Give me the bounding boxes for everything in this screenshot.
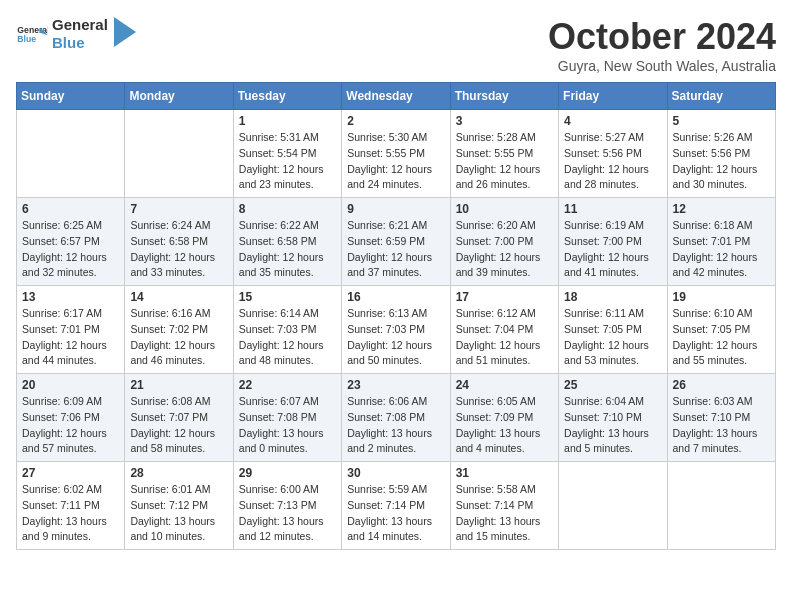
calendar-cell — [559, 462, 667, 550]
day-number: 4 — [564, 114, 661, 128]
cell-info: Sunrise: 6:09 AMSunset: 7:06 PMDaylight:… — [22, 394, 119, 457]
weekday-header-wednesday: Wednesday — [342, 83, 450, 110]
month-title: October 2024 — [548, 16, 776, 58]
day-number: 3 — [456, 114, 553, 128]
calendar-cell — [667, 462, 775, 550]
day-number: 24 — [456, 378, 553, 392]
calendar-cell — [125, 110, 233, 198]
cell-info: Sunrise: 6:16 AMSunset: 7:02 PMDaylight:… — [130, 306, 227, 369]
day-number: 16 — [347, 290, 444, 304]
cell-info: Sunrise: 6:01 AMSunset: 7:12 PMDaylight:… — [130, 482, 227, 545]
calendar-cell: 3Sunrise: 5:28 AMSunset: 5:55 PMDaylight… — [450, 110, 558, 198]
cell-info: Sunrise: 6:00 AMSunset: 7:13 PMDaylight:… — [239, 482, 336, 545]
logo-arrow-icon — [114, 17, 136, 47]
calendar-cell: 14Sunrise: 6:16 AMSunset: 7:02 PMDayligh… — [125, 286, 233, 374]
calendar-cell: 29Sunrise: 6:00 AMSunset: 7:13 PMDayligh… — [233, 462, 341, 550]
calendar-week-row: 20Sunrise: 6:09 AMSunset: 7:06 PMDayligh… — [17, 374, 776, 462]
weekday-header-saturday: Saturday — [667, 83, 775, 110]
calendar-cell: 12Sunrise: 6:18 AMSunset: 7:01 PMDayligh… — [667, 198, 775, 286]
cell-info: Sunrise: 6:21 AMSunset: 6:59 PMDaylight:… — [347, 218, 444, 281]
day-number: 12 — [673, 202, 770, 216]
weekday-header-friday: Friday — [559, 83, 667, 110]
calendar-week-row: 13Sunrise: 6:17 AMSunset: 7:01 PMDayligh… — [17, 286, 776, 374]
svg-marker-3 — [114, 17, 136, 47]
calendar-cell: 7Sunrise: 6:24 AMSunset: 6:58 PMDaylight… — [125, 198, 233, 286]
day-number: 18 — [564, 290, 661, 304]
calendar-cell: 27Sunrise: 6:02 AMSunset: 7:11 PMDayligh… — [17, 462, 125, 550]
logo-blue: Blue — [52, 34, 108, 52]
cell-info: Sunrise: 5:26 AMSunset: 5:56 PMDaylight:… — [673, 130, 770, 193]
cell-info: Sunrise: 5:28 AMSunset: 5:55 PMDaylight:… — [456, 130, 553, 193]
logo: General Blue General Blue — [16, 16, 136, 52]
calendar-cell — [17, 110, 125, 198]
day-number: 29 — [239, 466, 336, 480]
day-number: 1 — [239, 114, 336, 128]
weekday-header-sunday: Sunday — [17, 83, 125, 110]
calendar-week-row: 1Sunrise: 5:31 AMSunset: 5:54 PMDaylight… — [17, 110, 776, 198]
cell-info: Sunrise: 5:27 AMSunset: 5:56 PMDaylight:… — [564, 130, 661, 193]
calendar-cell: 31Sunrise: 5:58 AMSunset: 7:14 PMDayligh… — [450, 462, 558, 550]
calendar-table: SundayMondayTuesdayWednesdayThursdayFrid… — [16, 82, 776, 550]
calendar-cell: 22Sunrise: 6:07 AMSunset: 7:08 PMDayligh… — [233, 374, 341, 462]
cell-info: Sunrise: 6:25 AMSunset: 6:57 PMDaylight:… — [22, 218, 119, 281]
cell-info: Sunrise: 6:22 AMSunset: 6:58 PMDaylight:… — [239, 218, 336, 281]
day-number: 10 — [456, 202, 553, 216]
day-number: 20 — [22, 378, 119, 392]
calendar-cell: 6Sunrise: 6:25 AMSunset: 6:57 PMDaylight… — [17, 198, 125, 286]
cell-info: Sunrise: 6:10 AMSunset: 7:05 PMDaylight:… — [673, 306, 770, 369]
calendar-cell: 21Sunrise: 6:08 AMSunset: 7:07 PMDayligh… — [125, 374, 233, 462]
logo-icon: General Blue — [16, 18, 48, 50]
calendar-cell: 4Sunrise: 5:27 AMSunset: 5:56 PMDaylight… — [559, 110, 667, 198]
day-number: 8 — [239, 202, 336, 216]
calendar-cell: 25Sunrise: 6:04 AMSunset: 7:10 PMDayligh… — [559, 374, 667, 462]
cell-info: Sunrise: 6:06 AMSunset: 7:08 PMDaylight:… — [347, 394, 444, 457]
location-subtitle: Guyra, New South Wales, Australia — [548, 58, 776, 74]
day-number: 28 — [130, 466, 227, 480]
cell-info: Sunrise: 6:11 AMSunset: 7:05 PMDaylight:… — [564, 306, 661, 369]
cell-info: Sunrise: 6:07 AMSunset: 7:08 PMDaylight:… — [239, 394, 336, 457]
cell-info: Sunrise: 6:13 AMSunset: 7:03 PMDaylight:… — [347, 306, 444, 369]
calendar-week-row: 27Sunrise: 6:02 AMSunset: 7:11 PMDayligh… — [17, 462, 776, 550]
cell-info: Sunrise: 6:18 AMSunset: 7:01 PMDaylight:… — [673, 218, 770, 281]
day-number: 31 — [456, 466, 553, 480]
weekday-header-tuesday: Tuesday — [233, 83, 341, 110]
day-number: 6 — [22, 202, 119, 216]
cell-info: Sunrise: 6:04 AMSunset: 7:10 PMDaylight:… — [564, 394, 661, 457]
cell-info: Sunrise: 6:20 AMSunset: 7:00 PMDaylight:… — [456, 218, 553, 281]
cell-info: Sunrise: 5:59 AMSunset: 7:14 PMDaylight:… — [347, 482, 444, 545]
cell-info: Sunrise: 6:08 AMSunset: 7:07 PMDaylight:… — [130, 394, 227, 457]
calendar-cell: 9Sunrise: 6:21 AMSunset: 6:59 PMDaylight… — [342, 198, 450, 286]
cell-info: Sunrise: 6:02 AMSunset: 7:11 PMDaylight:… — [22, 482, 119, 545]
cell-info: Sunrise: 6:12 AMSunset: 7:04 PMDaylight:… — [456, 306, 553, 369]
calendar-cell: 24Sunrise: 6:05 AMSunset: 7:09 PMDayligh… — [450, 374, 558, 462]
calendar-cell: 19Sunrise: 6:10 AMSunset: 7:05 PMDayligh… — [667, 286, 775, 374]
day-number: 15 — [239, 290, 336, 304]
calendar-cell: 2Sunrise: 5:30 AMSunset: 5:55 PMDaylight… — [342, 110, 450, 198]
header-row: SundayMondayTuesdayWednesdayThursdayFrid… — [17, 83, 776, 110]
calendar-cell: 13Sunrise: 6:17 AMSunset: 7:01 PMDayligh… — [17, 286, 125, 374]
cell-info: Sunrise: 5:58 AMSunset: 7:14 PMDaylight:… — [456, 482, 553, 545]
cell-info: Sunrise: 6:03 AMSunset: 7:10 PMDaylight:… — [673, 394, 770, 457]
calendar-cell: 15Sunrise: 6:14 AMSunset: 7:03 PMDayligh… — [233, 286, 341, 374]
day-number: 27 — [22, 466, 119, 480]
calendar-cell: 17Sunrise: 6:12 AMSunset: 7:04 PMDayligh… — [450, 286, 558, 374]
cell-info: Sunrise: 6:17 AMSunset: 7:01 PMDaylight:… — [22, 306, 119, 369]
calendar-cell: 26Sunrise: 6:03 AMSunset: 7:10 PMDayligh… — [667, 374, 775, 462]
calendar-cell: 30Sunrise: 5:59 AMSunset: 7:14 PMDayligh… — [342, 462, 450, 550]
day-number: 30 — [347, 466, 444, 480]
day-number: 23 — [347, 378, 444, 392]
cell-info: Sunrise: 6:24 AMSunset: 6:58 PMDaylight:… — [130, 218, 227, 281]
calendar-cell: 5Sunrise: 5:26 AMSunset: 5:56 PMDaylight… — [667, 110, 775, 198]
svg-text:Blue: Blue — [17, 34, 36, 44]
calendar-cell: 10Sunrise: 6:20 AMSunset: 7:00 PMDayligh… — [450, 198, 558, 286]
calendar-cell: 18Sunrise: 6:11 AMSunset: 7:05 PMDayligh… — [559, 286, 667, 374]
cell-info: Sunrise: 6:14 AMSunset: 7:03 PMDaylight:… — [239, 306, 336, 369]
cell-info: Sunrise: 6:19 AMSunset: 7:00 PMDaylight:… — [564, 218, 661, 281]
day-number: 11 — [564, 202, 661, 216]
cell-info: Sunrise: 6:05 AMSunset: 7:09 PMDaylight:… — [456, 394, 553, 457]
day-number: 22 — [239, 378, 336, 392]
title-block: October 2024 Guyra, New South Wales, Aus… — [548, 16, 776, 74]
day-number: 21 — [130, 378, 227, 392]
day-number: 26 — [673, 378, 770, 392]
day-number: 17 — [456, 290, 553, 304]
